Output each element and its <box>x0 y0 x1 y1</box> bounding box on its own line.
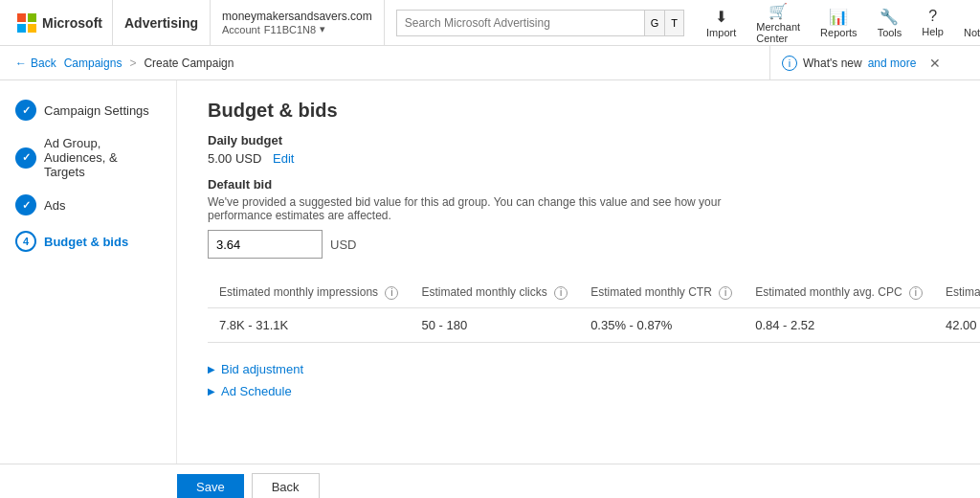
edit-budget-link[interactable]: Edit <box>273 151 294 166</box>
reports-icon: 📊 <box>829 8 848 26</box>
breadcrumb-separator: > <box>129 57 136 70</box>
cell-clicks: 50 - 180 <box>410 307 579 342</box>
campaigns-link[interactable]: Campaigns <box>64 57 122 70</box>
search-input[interactable] <box>396 10 645 36</box>
info-icon-impressions[interactable]: i <box>385 286 398 300</box>
col-cpc: Estimated monthly avg. CPC i <box>744 278 934 307</box>
reports-label: Reports <box>820 27 858 38</box>
tools-icon: 🔧 <box>880 8 899 26</box>
current-page: Create Campaign <box>144 57 234 70</box>
step-circle-2: ✓ <box>15 147 36 169</box>
nav-tools[interactable]: 🔧 Tools <box>867 0 912 45</box>
sidebar: ✓ Campaign Settings ✓ Ad Group, Audience… <box>0 80 177 464</box>
col-ctr: Estimated monthly CTR i <box>579 278 744 307</box>
cell-spend: 42.00 - 152.00 <box>934 307 980 342</box>
brand-name: Advertising <box>113 0 211 45</box>
bid-input[interactable] <box>208 230 323 259</box>
bid-adjustment-expand[interactable]: ▶ Bid adjustment <box>208 362 949 376</box>
back-arrow-icon: ← <box>15 57 27 70</box>
whats-new-link[interactable]: and more <box>868 57 917 70</box>
info-icon-ctr[interactable]: i <box>719 286 732 300</box>
back-button[interactable]: Back <box>252 473 320 498</box>
nav-tools: ⬇ Import 🛒 Merchant Center 📊 Reports 🔧 T… <box>696 0 980 45</box>
help-icon: ? <box>928 8 937 25</box>
top-nav: Microsoft Advertising moneymakersandsave… <box>0 0 980 46</box>
sidebar-label-2: Ad Group, Audiences, & Targets <box>44 136 161 179</box>
sidebar-label-4: Budget & bids <box>44 235 128 249</box>
ms-logo-grid <box>17 13 36 33</box>
ad-schedule-expand[interactable]: ▶ Ad Schedule <box>208 384 949 398</box>
nav-reports[interactable]: 📊 Reports <box>810 0 867 45</box>
cell-cpc: 0.84 - 2.52 <box>744 307 934 342</box>
merchant-label: Merchant Center <box>756 21 800 44</box>
tools-label: Tools <box>878 27 902 38</box>
sidebar-item-ads[interactable]: ✓ Ads <box>0 187 176 223</box>
bottom-bar: Save Back <box>0 464 980 498</box>
breadcrumb: ← Back Campaigns > Create Campaign i Wha… <box>0 46 980 80</box>
sidebar-item-campaign-settings[interactable]: ✓ Campaign Settings <box>0 92 176 128</box>
content-area: Budget & bids Daily budget 5.00 USD Edit… <box>177 80 980 464</box>
col-spend: Estimated monthly spend i <box>934 278 980 307</box>
search-t-button[interactable]: T <box>665 10 684 36</box>
merchant-icon: 🛒 <box>768 2 788 20</box>
close-icon[interactable]: ✕ <box>929 56 941 71</box>
main-layout: ✓ Campaign Settings ✓ Ad Group, Audience… <box>0 80 980 464</box>
microsoft-logo: Microsoft <box>8 0 113 45</box>
info-icon-clicks[interactable]: i <box>554 286 568 300</box>
budget-value-row: 5.00 USD Edit <box>208 151 949 166</box>
back-link[interactable]: ← Back <box>15 57 56 70</box>
nav-notifications[interactable]: 🔔 Notifications <box>953 0 980 45</box>
nav-import[interactable]: ⬇ Import <box>696 0 746 45</box>
microsoft-text: Microsoft <box>42 15 102 31</box>
notifications-label: Notifications <box>964 27 980 38</box>
bid-adjustment-label: Bid adjustment <box>221 362 303 376</box>
account-info: moneymakersandsavers.com Account F11BC1N… <box>211 0 385 45</box>
nav-help[interactable]: ? Help <box>911 0 953 45</box>
default-bid-label: Default bid <box>208 177 949 192</box>
nav-merchant-center[interactable]: 🛒 Merchant Center <box>746 0 810 45</box>
import-label: Import <box>706 27 736 38</box>
whats-new-banner: i What's new and more ✕ <box>769 46 980 80</box>
help-label: Help <box>922 26 944 37</box>
account-number: Account F11BC1N8 ▾ <box>222 23 372 35</box>
search-area: G T <box>385 0 696 45</box>
page-title: Budget & bids <box>208 100 949 122</box>
step-circle-3: ✓ <box>15 194 36 215</box>
bid-currency-label: USD <box>330 238 356 252</box>
chevron-right-icon: ▶ <box>208 364 215 374</box>
ad-schedule-label: Ad Schedule <box>221 384 292 398</box>
chevron-right-icon-2: ▶ <box>208 386 215 396</box>
sidebar-label-3: Ads <box>44 198 65 213</box>
whats-new-info-icon: i <box>782 56 797 71</box>
cell-ctr: 0.35% - 0.87% <box>579 307 744 342</box>
col-impressions: Estimated monthly impressions i <box>208 278 410 307</box>
bid-description: We've provided a suggested bid value for… <box>208 195 782 222</box>
col-clicks: Estimated monthly clicks i <box>410 278 579 307</box>
step-circle-1: ✓ <box>15 100 36 121</box>
save-button[interactable]: Save <box>177 474 244 498</box>
whats-new-text: What's new <box>803 57 862 70</box>
budget-amount: 5.00 <box>208 151 232 166</box>
step-circle-4: 4 <box>15 231 36 252</box>
search-g-button[interactable]: G <box>645 10 666 36</box>
sidebar-label-1: Campaign Settings <box>44 103 149 118</box>
table-row: 7.8K - 31.1K 50 - 180 0.35% - 0.87% 0.84… <box>208 307 980 342</box>
sidebar-item-adgroup[interactable]: ✓ Ad Group, Audiences, & Targets <box>0 128 176 187</box>
daily-budget-label: Daily budget <box>208 133 949 147</box>
import-icon: ⬇ <box>715 8 727 26</box>
sidebar-item-budget[interactable]: 4 Budget & bids <box>0 223 176 260</box>
cell-impressions: 7.8K - 31.1K <box>208 307 410 342</box>
stats-table: Estimated monthly impressions i Estimate… <box>208 278 980 343</box>
info-icon-cpc[interactable]: i <box>909 286 923 300</box>
account-domain: moneymakersandsavers.com <box>222 10 372 23</box>
bid-input-row: USD <box>208 230 949 259</box>
